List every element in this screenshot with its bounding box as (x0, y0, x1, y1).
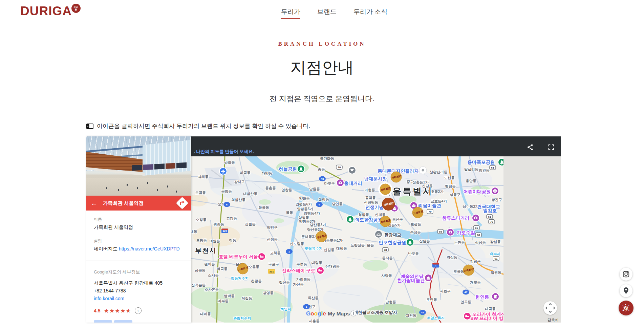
map-marker-bed[interactable] (464, 312, 471, 320)
map-label: 양천구 (267, 225, 278, 229)
map-label: 역삼동 (447, 255, 457, 259)
instagram-button[interactable] (620, 268, 632, 281)
map-label: 대림동 (312, 261, 322, 265)
map-label: 하늘공원 (279, 167, 297, 172)
keyboard-shortcuts-button[interactable]: 단축키 (548, 317, 559, 323)
location-button[interactable] (620, 284, 632, 297)
place-address: 서울특별시 용산구 한강대로 405 (94, 280, 163, 286)
fullscreen-button[interactable] (546, 142, 557, 153)
map-marker-plane[interactable] (219, 168, 227, 175)
map-marker-bed[interactable] (317, 267, 324, 274)
map-marker-camera[interactable] (337, 179, 344, 186)
map-label: 작동 (229, 238, 237, 242)
map-label: 양평동6가 (296, 202, 312, 206)
map-marker-bed[interactable] (258, 253, 265, 260)
road-shield: 351 (268, 269, 275, 273)
brand-logo-text: DURIGA (20, 4, 72, 18)
map-marker-museum[interactable] (425, 274, 432, 282)
pan-control[interactable] (543, 301, 557, 315)
map-label: 화곡동 (258, 205, 269, 210)
map-side-gutter: 단축키 (503, 156, 561, 323)
map-marker-camera[interactable] (472, 214, 479, 222)
my-maps-logo[interactable]: My Maps (328, 311, 350, 316)
map-label: 대방동 (336, 246, 347, 250)
field-label-desc: 설명 (94, 238, 102, 244)
map-label: 소사본동 (205, 287, 219, 291)
home-button[interactable]: 家 (619, 301, 634, 315)
map-label: 신도림동 (290, 242, 304, 246)
map-label: 삼성동 (475, 240, 486, 244)
rating-info-icon[interactable]: i (135, 307, 142, 314)
map-label: 하안지 (280, 307, 291, 311)
nav-item-brand[interactable]: 브랜드 (317, 7, 337, 19)
map-label: 북가좌동 (320, 156, 335, 160)
map-canvas[interactable]: 방화동마곡동가양동북가좌동중동과해동강서구등촌동염창동마포구망원동공항동오곡동내… (191, 156, 503, 323)
map-marker-duriga-ring[interactable]: 가족회관 (378, 182, 392, 196)
page-subtitle: 전 지점은 직영으로 운영됩니다. (0, 94, 644, 104)
svg-text:61: 61 (488, 215, 491, 218)
map-label: 내동 (191, 229, 197, 234)
map-label: 천왕동 (251, 279, 262, 283)
place-photo[interactable] (86, 136, 191, 196)
svg-text:88: 88 (477, 234, 480, 237)
map-label: 마곡동 (240, 171, 251, 175)
map-marker-duriga-selected[interactable]: 가족회관 (382, 198, 395, 211)
map-marker-tree[interactable] (346, 216, 354, 223)
map-label: 내곡동 (485, 307, 496, 311)
map-label: 일감호 (483, 208, 497, 213)
map-label: 합정동 (318, 197, 329, 201)
svg-text:6: 6 (226, 203, 228, 206)
brand-logo[interactable]: DURIGA 두리 家 (20, 4, 72, 18)
create-map-hint[interactable]: . 나만의 지도를 만들어 보세요. (194, 149, 254, 155)
map-marker-duriga[interactable]: 가족회관 (237, 263, 249, 274)
map-marker-grad[interactable] (348, 167, 356, 174)
map-marker-tree[interactable] (297, 165, 305, 173)
back-button[interactable]: ← (91, 200, 98, 206)
map-label: 성동구 (450, 193, 460, 197)
fullscreen-icon (548, 144, 555, 151)
google-logo[interactable]: Google (306, 310, 326, 317)
place-title: 가족회관 서울역점 (103, 200, 144, 206)
location-pin-icon (622, 287, 630, 294)
map-marker-tree[interactable] (498, 158, 503, 166)
share-button[interactable] (525, 142, 536, 153)
road-shield: 1 (286, 249, 293, 254)
map-label: 염창동 (281, 188, 292, 192)
map-label: 외발산동 (231, 198, 246, 202)
nav-item-news[interactable]: 두리가 소식 (353, 7, 387, 19)
road-shield: 61 (473, 226, 479, 230)
map-label: 가리봉동 (296, 277, 311, 281)
map-label: 당인동 (332, 202, 343, 206)
map-label: 가로수길 (457, 230, 475, 235)
map-marker-duriga[interactable]: 가족회관 (412, 207, 424, 218)
map-marker-rook[interactable] (492, 293, 499, 300)
map-label: 행당동 (445, 184, 456, 188)
map-attribution: GoogleMy Maps (306, 310, 356, 317)
road-shield: 1 (432, 263, 439, 268)
map-label: 일원동 (491, 270, 501, 274)
naver-map-link[interactable]: https://naver.me/GeUXDPTD (119, 246, 180, 251)
map-marker-dot[interactable] (419, 167, 427, 174)
directions-button[interactable] (176, 197, 189, 210)
map-label: 염곡동 (460, 300, 471, 304)
map-label: 반포한강공원 (379, 240, 406, 245)
road-shield: 70 (427, 210, 433, 214)
map-label: 등촌동 (265, 186, 276, 190)
map-marker-bridge[interactable] (375, 230, 382, 238)
place-website-link[interactable]: info.korail.com (94, 296, 124, 301)
map-marker-camera[interactable] (447, 228, 454, 236)
map-label: 잠실동 (490, 240, 501, 244)
page-title: 지점안내 (0, 57, 644, 78)
map-label: 양평동5가 (297, 207, 313, 211)
map-marker-tree[interactable] (406, 239, 414, 246)
photo-thumbnails-strip[interactable] (86, 320, 199, 323)
map-label: 신길동 (324, 248, 335, 252)
map-label: 아현동 (364, 188, 375, 192)
svg-text:47: 47 (465, 291, 468, 294)
details-header: Google지도의 세부정보 (94, 269, 140, 275)
nav-item-duriga[interactable]: 두리가 (281, 7, 300, 19)
instagram-icon (622, 270, 630, 278)
map-marker-ferris[interactable] (491, 187, 499, 195)
road-shield: 47 (463, 290, 469, 295)
map-label: 주암소류지 (427, 316, 445, 320)
